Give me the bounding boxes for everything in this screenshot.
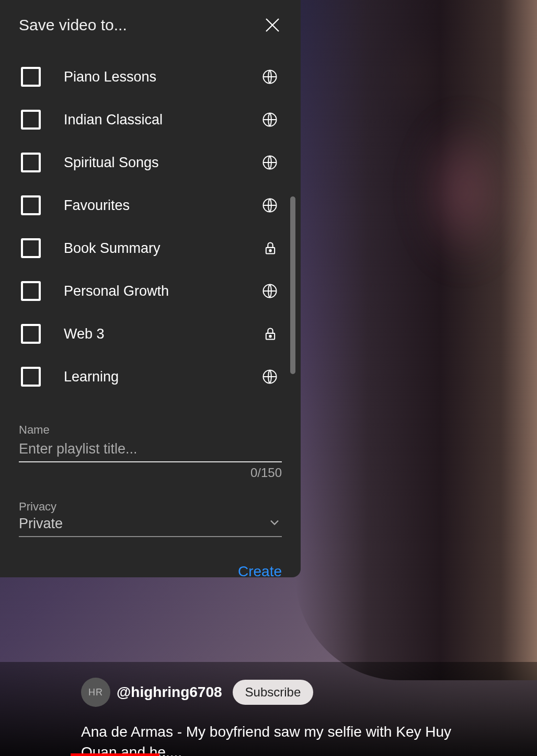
playlist-item[interactable]: Book Summary	[19, 227, 282, 270]
globe-icon	[262, 112, 278, 127]
playlist-checkbox[interactable]	[21, 110, 41, 130]
video-progress-bar[interactable]	[71, 753, 159, 756]
playlist-item[interactable]: Learning	[19, 355, 282, 398]
dialog-header: Save video to...	[19, 16, 282, 34]
subscribe-button[interactable]: Subscribe	[233, 680, 314, 705]
playlist-checkbox[interactable]	[21, 281, 41, 301]
svg-point-7	[269, 250, 271, 252]
name-field-label: Name	[19, 423, 282, 437]
playlist-checkbox[interactable]	[21, 67, 41, 87]
channel-row: HR @highring6708 Subscribe	[81, 678, 537, 707]
playlist-name-label: Indian Classical	[64, 112, 239, 128]
playlist-item[interactable]: Piano Lessons	[19, 55, 282, 98]
playlist-item[interactable]: Spiritual Songs	[19, 141, 282, 184]
video-title: Ana de Armas - My boyfriend saw my selfi…	[81, 722, 489, 756]
playlist-name-label: Favourites	[64, 197, 239, 214]
globe-icon	[262, 69, 278, 85]
playlist-checkbox[interactable]	[21, 324, 41, 344]
close-button[interactable]	[263, 16, 282, 34]
playlist-list: Piano Lessons Indian Classical Spiritual…	[19, 55, 282, 398]
lock-icon	[263, 241, 278, 255]
char-count: 0/150	[19, 466, 282, 480]
close-icon	[263, 16, 282, 34]
playlist-name-label: Spiritual Songs	[64, 155, 239, 171]
playlist-item[interactable]: Favourites	[19, 184, 282, 227]
save-to-playlist-dialog: Save video to... Piano Lessons Indian Cl…	[0, 0, 301, 577]
create-button[interactable]: Create	[238, 561, 282, 582]
video-frame-person	[295, 0, 537, 680]
playlist-checkbox[interactable]	[21, 238, 41, 258]
playlist-name-label: Piano Lessons	[64, 69, 239, 85]
globe-icon	[262, 197, 278, 213]
playlist-name-label: Web 3	[64, 326, 240, 342]
privacy-selected-value: Private	[19, 516, 63, 532]
playlist-scrollbar[interactable]	[290, 196, 295, 374]
playlist-item[interactable]: Web 3	[19, 312, 282, 355]
playlist-name-label: Personal Growth	[64, 283, 239, 299]
svg-point-10	[269, 335, 271, 338]
privacy-field-label: Privacy	[19, 500, 63, 514]
chevron-down-icon	[267, 515, 282, 532]
playlist-name-label: Learning	[64, 369, 239, 385]
video-info-bar: HR @highring6708 Subscribe Ana de Armas …	[0, 662, 537, 756]
channel-avatar[interactable]: HR	[81, 678, 110, 707]
globe-icon	[262, 155, 278, 170]
playlist-checkbox[interactable]	[21, 195, 41, 215]
lock-icon	[263, 327, 278, 341]
playlist-name-input[interactable]	[19, 439, 282, 462]
dialog-title: Save video to...	[19, 16, 127, 34]
playlist-checkbox[interactable]	[21, 367, 41, 387]
new-playlist-form: Name 0/150 Privacy Private	[19, 423, 282, 537]
playlist-name-label: Book Summary	[64, 240, 240, 257]
globe-icon	[262, 283, 278, 299]
privacy-dropdown[interactable]: Privacy Private	[19, 500, 282, 537]
channel-handle[interactable]: @highring6708	[117, 684, 222, 701]
playlist-checkbox[interactable]	[21, 153, 41, 172]
playlist-item[interactable]: Indian Classical	[19, 98, 282, 141]
globe-icon	[262, 369, 278, 385]
playlist-item[interactable]: Personal Growth	[19, 270, 282, 312]
